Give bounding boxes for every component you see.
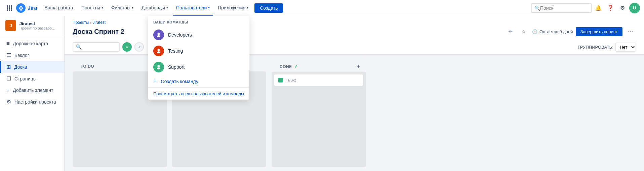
breadcrumb-separator: / bbox=[90, 20, 91, 25]
create-team-button[interactable]: + Создать команду bbox=[148, 75, 249, 88]
sidebar-label-board: Доска bbox=[14, 64, 27, 70]
svg-rect-8 bbox=[11, 9, 12, 11]
dashboards-chevron: ▾ bbox=[166, 6, 168, 9]
group-by-select[interactable]: Нет bbox=[615, 43, 636, 52]
apps-chevron: ▾ bbox=[247, 6, 248, 9]
settings-nav-icon: ⚙ bbox=[6, 99, 11, 105]
search-box[interactable]: 🔍 bbox=[531, 3, 592, 13]
group-by-control: ГРУППИРОВАТЬ: Нет bbox=[578, 43, 636, 52]
user-avatar[interactable]: U bbox=[629, 3, 640, 13]
sidebar-label-settings: Настройки проекта bbox=[14, 99, 56, 105]
page-title: Доска Спринт 2 bbox=[73, 28, 124, 36]
card-tes-2[interactable]: TES-2 bbox=[274, 74, 363, 86]
team-developers[interactable]: Developers bbox=[148, 27, 249, 43]
team-support[interactable]: Support bbox=[148, 59, 249, 75]
card-id: TES-2 bbox=[286, 78, 296, 82]
testing-avatar bbox=[153, 46, 164, 56]
support-avatar bbox=[153, 62, 164, 72]
your-work-nav[interactable]: Ваша работа bbox=[41, 0, 76, 16]
sidebar-item-roadmap[interactable]: ≡ Дорожная карта bbox=[0, 38, 64, 49]
svg-rect-3 bbox=[7, 7, 8, 9]
svg-rect-5 bbox=[11, 7, 12, 9]
sidebar-item-settings[interactable]: ⚙ Настройки проекта bbox=[0, 96, 64, 108]
svg-point-10 bbox=[158, 33, 160, 35]
svg-rect-7 bbox=[9, 9, 10, 11]
sidebar-nav: ≡ Дорожная карта ☰ Бэклог ⊞ Доска ☐ Стра… bbox=[0, 35, 64, 110]
sidebar-label-backlog: Бэклог bbox=[14, 53, 29, 58]
card-type-icon bbox=[278, 78, 283, 82]
group-by-label: ГРУППИРОВАТЬ: bbox=[578, 45, 613, 50]
sidebar-label-roadmap: Дорожная карта bbox=[13, 41, 48, 46]
create-button[interactable]: Создать bbox=[254, 3, 283, 13]
apps-grid-icon[interactable] bbox=[4, 3, 15, 13]
finish-sprint-button[interactable]: Завершить спринт bbox=[576, 27, 623, 36]
breadcrumb-project[interactable]: Jiratest bbox=[93, 20, 106, 25]
project-icon: J bbox=[5, 20, 16, 31]
layout: J Jiratest Проект по разработке ПО... ≡ … bbox=[0, 16, 644, 171]
add-icon: + bbox=[6, 87, 9, 93]
developers-avatar bbox=[153, 30, 164, 40]
dropdown-section-title: ВАШИ КОМАНДЫ bbox=[148, 16, 249, 27]
breadcrumb-projects[interactable]: Проекты bbox=[73, 20, 89, 25]
project-name: Jiratest bbox=[19, 21, 56, 26]
project-subtitle: Проект по разработке ПО... bbox=[19, 26, 56, 30]
create-team-plus-icon: + bbox=[153, 78, 157, 85]
users-chevron: ▾ bbox=[208, 6, 210, 9]
toolbar-search-box[interactable]: 🔍 bbox=[73, 42, 120, 52]
users-nav[interactable]: Пользователи ▾ bbox=[173, 0, 213, 16]
done-check-icon: ✓ bbox=[294, 64, 298, 69]
search-input[interactable] bbox=[540, 5, 587, 11]
notifications-button[interactable]: 🔔 bbox=[593, 3, 604, 13]
team-testing[interactable]: Testing bbox=[148, 43, 249, 59]
apps-nav[interactable]: Приложения ▾ bbox=[214, 0, 252, 16]
more-options-button[interactable]: ⋯ bbox=[625, 26, 636, 37]
projects-nav[interactable]: Проекты ▾ bbox=[78, 0, 107, 16]
header-actions: ✏ ☆ 🕐 Остается 0 дней Завершить спринт ⋯ bbox=[505, 26, 636, 37]
filter-avatar[interactable]: U bbox=[122, 42, 132, 52]
projects-chevron: ▾ bbox=[102, 6, 103, 9]
settings-button[interactable]: ⚙ bbox=[617, 3, 628, 13]
column-done-title: DONE ✓ bbox=[276, 61, 302, 72]
star-icon-btn[interactable]: ☆ bbox=[519, 26, 529, 37]
svg-rect-1 bbox=[9, 5, 10, 7]
sidebar-item-add[interactable]: + Добавить элемент bbox=[0, 84, 64, 96]
logo-text: Jira bbox=[28, 5, 37, 11]
filters-chevron: ▾ bbox=[132, 6, 133, 9]
column-done-add-button[interactable]: + bbox=[355, 61, 362, 72]
svg-rect-0 bbox=[7, 5, 8, 7]
sidebar: J Jiratest Проект по разработке ПО... ≡ … bbox=[0, 16, 65, 171]
column-done: DONE ✓ + TES-2 bbox=[272, 59, 366, 167]
board-icon: ⊞ bbox=[6, 64, 11, 70]
add-avatar-button[interactable]: + bbox=[134, 42, 144, 52]
filters-nav[interactable]: Фильтры ▾ bbox=[108, 0, 137, 16]
help-button[interactable]: ❓ bbox=[605, 3, 616, 13]
dashboards-nav[interactable]: Дашборды ▾ bbox=[138, 0, 171, 16]
column-done-body: TES-2 bbox=[272, 72, 366, 167]
topnav: Jira Ваша работа Проекты ▾ Фильтры ▾ Даш… bbox=[0, 0, 644, 16]
sprint-remaining: Остается 0 дней bbox=[539, 29, 573, 34]
testing-label: Testing bbox=[168, 48, 183, 54]
jira-logo[interactable]: Jira bbox=[16, 3, 37, 13]
svg-rect-6 bbox=[7, 9, 8, 11]
pages-icon: ☐ bbox=[6, 75, 11, 82]
svg-rect-2 bbox=[11, 5, 12, 7]
toolbar-search-icon: 🔍 bbox=[76, 44, 82, 50]
support-label: Support bbox=[168, 64, 185, 70]
roadmap-icon: ≡ bbox=[6, 41, 9, 47]
sidebar-item-pages[interactable]: ☐ Страницы bbox=[0, 73, 64, 84]
column-todo-title: TO DO bbox=[77, 61, 98, 71]
dropdown-footer-link[interactable]: Просмотреть всех пользователей и команды bbox=[148, 88, 249, 100]
sidebar-item-backlog[interactable]: ☰ Бэклог bbox=[0, 49, 64, 61]
svg-point-11 bbox=[157, 35, 160, 37]
sidebar-label-pages: Страницы bbox=[14, 76, 37, 81]
developers-label: Developers bbox=[168, 32, 192, 38]
toolbar-search-input[interactable] bbox=[82, 45, 112, 50]
sidebar-item-board[interactable]: ⊞ Доска bbox=[0, 61, 64, 73]
svg-point-14 bbox=[158, 65, 160, 67]
edit-icon-btn[interactable]: ✏ bbox=[505, 26, 516, 37]
svg-point-12 bbox=[158, 49, 160, 51]
sidebar-project[interactable]: J Jiratest Проект по разработке ПО... bbox=[0, 16, 64, 35]
svg-rect-4 bbox=[9, 7, 10, 9]
topnav-right: 🔍 🔔 ❓ ⚙ U bbox=[531, 3, 640, 13]
svg-point-13 bbox=[157, 51, 160, 53]
